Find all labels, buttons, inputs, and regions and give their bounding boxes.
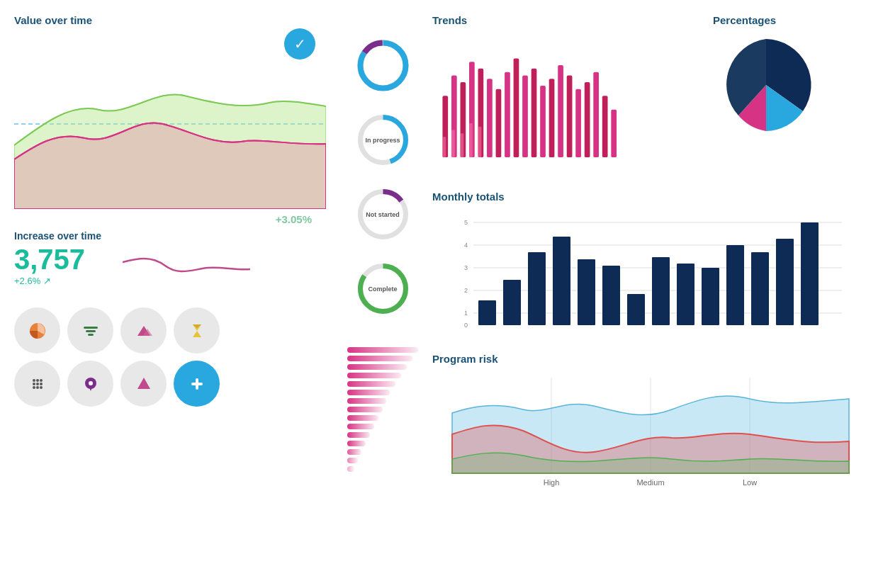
strip-15 <box>347 466 354 472</box>
svg-rect-3 <box>86 330 96 332</box>
pie-chart-icon <box>27 320 48 341</box>
svg-rect-38 <box>505 72 510 157</box>
svg-rect-50 <box>611 110 617 157</box>
svg-rect-55 <box>478 127 482 157</box>
svg-rect-68 <box>503 280 521 325</box>
value-over-time-section: Value over time ✓ +3.05% <box>14 14 333 216</box>
strip-11 <box>347 432 370 438</box>
strip-1 <box>347 347 418 353</box>
svg-rect-74 <box>652 257 670 325</box>
svg-rect-44 <box>558 65 563 157</box>
svg-point-14 <box>36 386 39 389</box>
percentage-label: +3.05% <box>14 213 326 225</box>
increase-section: Increase over time 3,757 +2.6% ↗ <box>14 227 333 290</box>
svg-point-8 <box>36 379 39 382</box>
program-risk-title: Program risk <box>432 353 869 365</box>
svg-rect-39 <box>514 58 519 157</box>
svg-rect-73 <box>627 294 645 325</box>
svg-rect-54 <box>469 123 473 157</box>
svg-text:1: 1 <box>464 310 468 317</box>
strip-12 <box>347 441 366 446</box>
svg-rect-2 <box>84 327 98 329</box>
increase-value: 3,757 <box>14 245 101 273</box>
svg-rect-47 <box>585 82 590 157</box>
svg-rect-76 <box>702 268 719 325</box>
grid-button[interactable] <box>14 361 60 407</box>
svg-rect-52 <box>451 130 455 158</box>
icon-grid <box>14 307 333 407</box>
svg-rect-46 <box>575 89 581 157</box>
mountain-icon <box>133 320 154 341</box>
donut-not-started: Not started <box>353 184 413 244</box>
value-over-time-title: Value over time <box>14 14 333 26</box>
strip-10 <box>347 424 374 429</box>
svg-rect-40 <box>522 75 528 157</box>
svg-text:5: 5 <box>464 219 468 226</box>
grid-dots-icon <box>27 373 48 395</box>
risk-chart-svg: High Medium Low <box>432 371 869 491</box>
svg-rect-41 <box>532 69 537 157</box>
sparkline-chart <box>123 241 250 283</box>
svg-marker-18 <box>89 388 92 391</box>
complete-label: Complete <box>368 285 397 293</box>
check-badge: ✓ <box>284 28 315 60</box>
trends-chart-svg <box>432 32 692 174</box>
strip-3 <box>347 364 407 370</box>
svg-marker-19 <box>137 378 150 389</box>
svg-point-10 <box>33 383 35 385</box>
svg-rect-67 <box>478 300 496 325</box>
chat-icon <box>80 373 101 395</box>
filter-icon <box>80 320 101 341</box>
right-panel: Trends <box>432 14 869 574</box>
increase-label: Increase over time <box>14 230 101 242</box>
pie-chart-button[interactable] <box>14 307 60 354</box>
svg-rect-45 <box>567 75 573 157</box>
monthly-totals-title: Monthly totals <box>432 191 869 203</box>
arrow-button[interactable] <box>120 361 167 407</box>
trends-title: Trends <box>432 14 692 26</box>
svg-point-12 <box>40 383 43 385</box>
mountain-button[interactable] <box>120 307 167 354</box>
add-button[interactable] <box>174 361 220 407</box>
strip-5 <box>347 381 395 387</box>
svg-rect-37 <box>496 89 502 157</box>
svg-text:3: 3 <box>464 264 468 271</box>
in-progress-label: In progress <box>365 137 400 144</box>
svg-rect-72 <box>602 266 620 325</box>
svg-rect-75 <box>677 264 694 325</box>
svg-rect-48 <box>593 72 599 157</box>
strip-7 <box>347 398 386 404</box>
svg-rect-43 <box>549 79 555 157</box>
svg-rect-36 <box>487 79 493 157</box>
svg-point-11 <box>36 383 39 385</box>
svg-point-13 <box>33 386 35 389</box>
svg-rect-4 <box>88 334 94 336</box>
svg-text:Low: Low <box>743 478 757 487</box>
increase-delta: +2.6% ↗ <box>14 276 101 286</box>
svg-rect-71 <box>578 259 595 325</box>
strip-9 <box>347 415 378 421</box>
hourglass-button[interactable] <box>174 307 220 354</box>
percentages-title: Percentages <box>713 14 869 26</box>
add-icon <box>186 373 208 395</box>
svg-point-9 <box>40 379 43 382</box>
svg-rect-21 <box>191 383 203 385</box>
increase-left: Increase over time 3,757 +2.6% ↗ <box>14 230 101 286</box>
svg-text:0: 0 <box>464 322 468 329</box>
donut-in-progress: In progress <box>353 110 413 170</box>
svg-rect-49 <box>602 96 608 157</box>
svg-rect-69 <box>528 252 546 325</box>
svg-rect-70 <box>553 237 570 325</box>
donut-svg-1 <box>353 35 413 96</box>
svg-rect-51 <box>442 137 446 157</box>
chat-button[interactable] <box>67 361 113 407</box>
strip-4 <box>347 373 401 378</box>
middle-panel: In progress Not started Complete <box>340 14 425 574</box>
area-chart-container: ✓ +3.05% <box>14 32 326 216</box>
area-chart-svg <box>14 32 326 209</box>
filter-button[interactable] <box>67 307 113 354</box>
strip-8 <box>347 407 383 412</box>
pie-chart-svg <box>713 32 819 138</box>
svg-rect-78 <box>751 252 769 325</box>
svg-rect-53 <box>460 133 463 157</box>
